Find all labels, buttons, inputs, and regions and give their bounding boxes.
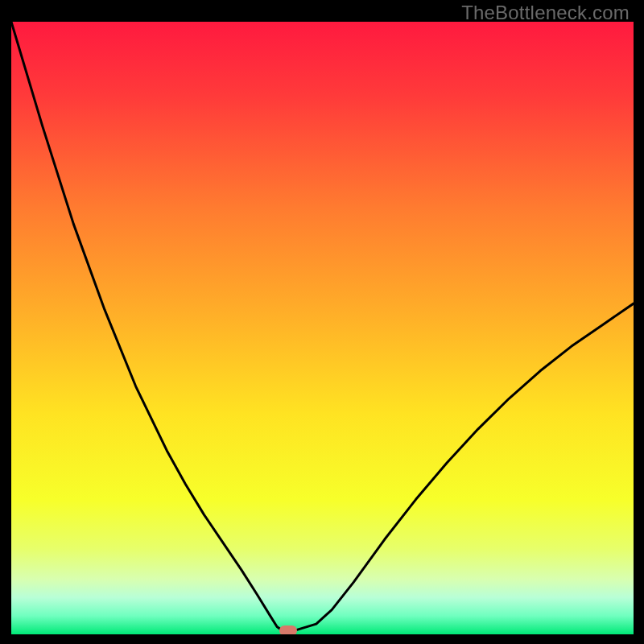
chart-container: TheBottleneck.com: [0, 0, 644, 644]
plot-area: [11, 22, 634, 634]
min-marker: [279, 625, 297, 634]
watermark: TheBottleneck.com: [461, 2, 630, 24]
chart-svg: [11, 22, 634, 634]
gradient-background: [11, 22, 634, 634]
